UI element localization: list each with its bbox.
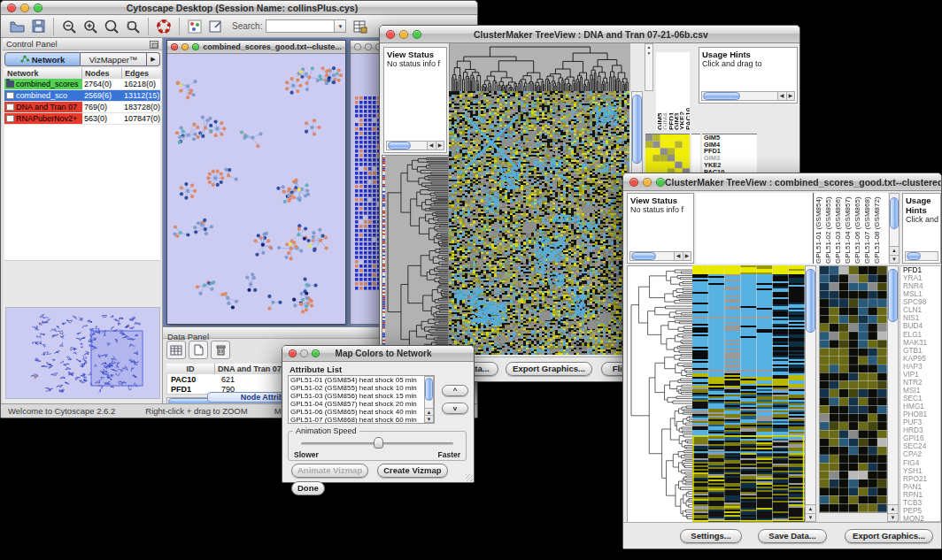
tv2-column-dendrogram-area[interactable]	[696, 193, 814, 264]
gene-label[interactable]: HAP3	[903, 363, 940, 371]
scroll-down-icon[interactable]: ▼	[888, 513, 898, 521]
scroll-down-icon[interactable]: ▼	[890, 255, 899, 263]
scroll-right-icon[interactable]: ▶	[436, 142, 444, 150]
new-attribute-icon[interactable]	[189, 341, 208, 359]
delete-attribute-icon[interactable]	[211, 341, 230, 359]
gene-label[interactable]: PAN1	[903, 483, 940, 491]
scroll-thumb[interactable]	[890, 197, 899, 229]
animation-slider-thumb[interactable]	[374, 437, 383, 449]
tv2-heatmap-vscrollbar[interactable]: ▲ ▼	[805, 265, 816, 522]
save-session-icon[interactable]	[27, 17, 49, 36]
minimize-button[interactable]	[181, 43, 189, 50]
tv2-row-dendrogram[interactable]	[627, 265, 694, 524]
zoom-button[interactable]	[413, 30, 421, 39]
minimize-button[interactable]	[399, 30, 408, 39]
attribute-list-item[interactable]: GPL51-04 (GSM857) heat shock 20 min	[289, 400, 434, 408]
close-button[interactable]	[354, 43, 361, 50]
zoom-button[interactable]	[192, 43, 199, 50]
scroll-left-icon[interactable]: ◀	[777, 92, 785, 100]
gene-label[interactable]: MSI1	[903, 387, 940, 395]
gene-label[interactable]: PFD1	[903, 266, 940, 274]
zoom-button[interactable]	[312, 349, 320, 357]
help-ring-icon[interactable]	[153, 17, 174, 36]
gene-label[interactable]: BUD4	[903, 322, 940, 330]
zoom-in-icon[interactable]	[80, 17, 101, 36]
gene-label[interactable]: SEC24	[903, 442, 940, 450]
tv1-mini-scroll-strip[interactable]: ▲▼	[645, 43, 653, 91]
dialog-button[interactable]: Create Vizmap	[377, 464, 447, 478]
move-up-button[interactable]: ^	[442, 385, 468, 396]
attribute-list-item[interactable]: GPL51-06 (GSM865) heat shock 40 min	[289, 408, 434, 416]
attribute-list-item[interactable]: GPL51-07 (GSM868) heat shock 60 min	[289, 416, 434, 424]
column-label[interactable]: GIM4	[661, 52, 667, 130]
gene-label[interactable]: PHO81	[903, 410, 940, 418]
dialog-titlebar[interactable]: Map Colors to Network	[282, 346, 474, 362]
zoom-out-icon[interactable]	[58, 17, 80, 36]
open-session-icon[interactable]	[6, 17, 27, 36]
main-titlebar[interactable]: Cytoscape Desktop (Session Name: collins…	[1, 1, 477, 15]
tv2-status-scrollbar[interactable]: ◀ ▶	[629, 251, 691, 261]
tv1-row-dendrogram[interactable]	[382, 155, 449, 357]
settings-button[interactable]: Settings...	[680, 529, 742, 543]
minimize-button[interactable]	[20, 4, 29, 12]
tab-network[interactable]: Network	[4, 52, 81, 66]
gene-label[interactable]: HMG1	[903, 403, 940, 410]
zoom-selected-icon[interactable]	[101, 17, 122, 36]
col-id[interactable]: ID	[166, 364, 215, 374]
gene-label[interactable]: MON2	[903, 515, 940, 522]
tv2-zoom-vscrollbar[interactable]: ▲ ▼	[887, 265, 899, 522]
gene-label[interactable]: GTB1	[903, 347, 940, 355]
gene-label[interactable]: CLN1	[903, 306, 940, 314]
column-label[interactable]: GPL51-03 (GSM856)	[834, 193, 844, 264]
gene-label[interactable]: RPO21	[903, 475, 940, 483]
scroll-down-icon[interactable]: ▼	[806, 513, 815, 521]
gene-label[interactable]: ELG1	[903, 331, 940, 339]
scroll-thumb[interactable]	[631, 252, 656, 260]
gene-label[interactable]: SPC98	[903, 298, 940, 306]
column-label[interactable]: GPL51-06 (GSM865)	[853, 193, 863, 264]
gene-label[interactable]: MAK31	[903, 339, 940, 347]
scroll-up-icon[interactable]: ▲	[425, 408, 433, 415]
zoom-fit-icon[interactable]	[122, 17, 143, 36]
scroll-left-icon[interactable]: ◀	[427, 142, 435, 150]
tv2-usage-scrollbar[interactable]	[905, 251, 938, 261]
minimize-button[interactable]	[365, 43, 372, 50]
tv2-labels-vscrollbar[interactable]: ▲ ▼	[889, 193, 900, 264]
treeview1-titlebar[interactable]: ClusterMaker TreeView : DNA and Tran 07-…	[380, 26, 799, 43]
column-label[interactable]: GPL51-04 (GSM857)	[844, 193, 853, 264]
scroll-thumb[interactable]	[425, 378, 433, 401]
scroll-up-icon[interactable]: ▲	[806, 504, 815, 512]
network-table-row[interactable]: combined_scores 2764(0) 16218(0)	[4, 79, 160, 90]
scroll-left-icon[interactable]: ◀	[674, 252, 682, 260]
minimize-button[interactable]	[300, 349, 308, 357]
gene-label[interactable]: SEC1	[903, 395, 940, 403]
tv2-zoom-heatmap[interactable]	[819, 265, 888, 513]
scroll-thumb[interactable]	[907, 252, 921, 260]
table-editor-icon[interactable]	[350, 17, 371, 36]
scroll-right-icon[interactable]: ▶	[786, 92, 794, 100]
export-graphics-button[interactable]: Export Graphics...	[845, 529, 933, 543]
tv1-column-dendrogram[interactable]	[449, 43, 630, 91]
scroll-up-icon[interactable]: ▲	[890, 246, 899, 254]
column-label[interactable]: PAC10	[684, 52, 690, 130]
gene-label[interactable]: PEP5	[903, 507, 940, 515]
scroll-thumb[interactable]	[388, 142, 411, 150]
attribute-list-item[interactable]: GPL51-02 (GSM855) heat shock 10 min	[289, 384, 434, 392]
scroll-thumb[interactable]	[632, 95, 642, 164]
column-label[interactable]: GPL51-01 (GSM854)	[815, 193, 824, 264]
close-button[interactable]	[386, 30, 395, 39]
gene-label[interactable]: CPA2	[903, 450, 940, 458]
tv1-usage-scrollbar[interactable]: ◀ ▶	[701, 91, 795, 101]
zoom-button[interactable]	[34, 4, 42, 12]
gene-label[interactable]: HRD3	[903, 426, 940, 434]
network-overview-thumbnail[interactable]	[5, 307, 160, 399]
scroll-right-icon[interactable]: ▶	[683, 252, 691, 260]
export-graphics-button[interactable]: Export Graphics...	[506, 362, 592, 376]
gene-label[interactable]: NIS1	[903, 314, 940, 322]
network-table-row[interactable]: RNAPuberNov2+ 563(0) 107847(0)	[4, 113, 160, 125]
tv1-heatmap[interactable]	[449, 91, 629, 355]
col-nodes[interactable]: Nodes	[82, 68, 122, 79]
dialog-button[interactable]: Done	[291, 481, 325, 495]
close-button[interactable]	[629, 178, 638, 187]
gene-label[interactable]: MSL1	[903, 290, 940, 298]
